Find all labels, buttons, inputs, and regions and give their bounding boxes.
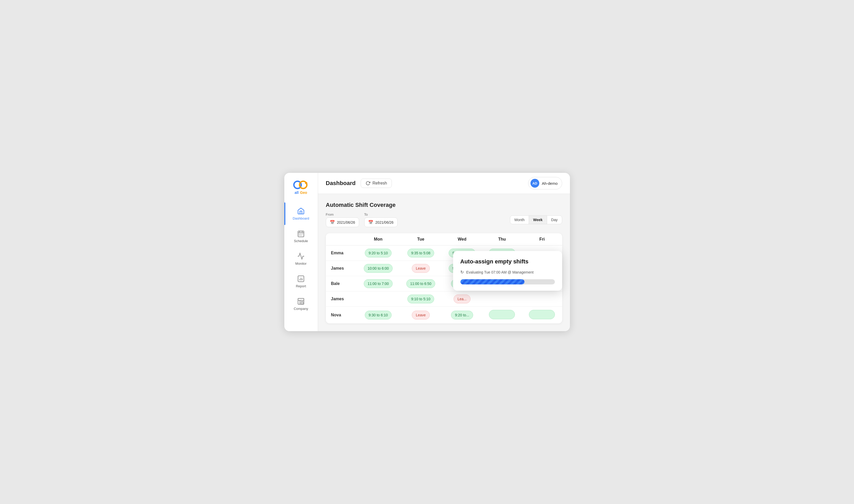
table-row: Nova9:30 to 6:10Leave9:20 to... xyxy=(326,307,562,324)
nav-items: Dashboard Schedule xyxy=(284,202,318,315)
home-icon xyxy=(297,207,305,215)
shift-badge-empty[interactable] xyxy=(529,310,555,319)
sidebar-item-company[interactable]: Company xyxy=(284,293,318,315)
main-content: Dashboard Refresh AD Ah-demo Automatic S… xyxy=(318,173,570,331)
svg-text:all: all xyxy=(295,191,299,195)
shift-cell[interactable] xyxy=(482,307,522,324)
shift-cell[interactable] xyxy=(522,307,562,324)
employee-name: Emma xyxy=(326,246,357,261)
app-container: all Geo Dashboard xyxy=(284,173,570,331)
table-row: James9:10 to 5:10Lea... xyxy=(326,291,562,307)
shift-cell[interactable] xyxy=(482,291,522,307)
page-title: Dashboard xyxy=(326,180,356,186)
employee-name: Nova xyxy=(326,307,357,324)
shift-cell[interactable]: Lea... xyxy=(442,291,482,307)
shift-badge-empty[interactable] xyxy=(489,310,515,319)
shift-badge[interactable]: 10:00 to 6:00 xyxy=(364,264,393,273)
svg-text:Geo: Geo xyxy=(300,191,307,195)
from-date-input[interactable]: 📅 2021/06/26 xyxy=(326,217,359,227)
shift-badge[interactable]: 9:20 to... xyxy=(451,311,473,320)
from-label: From xyxy=(326,213,359,216)
from-date-group: From 📅 2021/06/26 xyxy=(326,213,359,227)
shift-cell[interactable]: 9:35 to 5:08 xyxy=(399,246,442,261)
shift-badge[interactable]: 11:00 to 6:50 xyxy=(406,279,435,288)
shift-cell[interactable]: 9:20 to... xyxy=(442,307,482,324)
shift-badge[interactable]: 9:20 to 5:10 xyxy=(365,249,392,257)
progress-bar-container xyxy=(460,279,555,285)
to-label: To xyxy=(364,213,397,216)
sidebar-item-label: Schedule xyxy=(294,239,308,243)
col-header-thu: Thu xyxy=(482,233,522,246)
shift-badge[interactable]: 9:35 to 5:08 xyxy=(407,249,434,257)
monitor-icon xyxy=(297,252,305,260)
col-header-name xyxy=(326,233,357,246)
sidebar-item-label: Report xyxy=(296,284,306,288)
sidebar-item-label: Dashboard xyxy=(292,216,309,220)
shift-cell[interactable]: 9:30 to 6:10 xyxy=(357,307,399,324)
sidebar-item-monitor[interactable]: Monitor xyxy=(284,248,318,270)
refresh-icon xyxy=(366,181,370,185)
progress-bar-fill xyxy=(460,279,525,285)
col-header-mon: Mon xyxy=(357,233,399,246)
shift-cell[interactable]: 11:00 to 7:00 xyxy=(357,276,399,291)
loading-icon: ↻ xyxy=(460,270,464,274)
shift-badge[interactable]: 9:10 to 5:10 xyxy=(407,294,434,303)
to-date-group: To 📅 2021/06/26 xyxy=(364,213,397,227)
col-header-wed: Wed xyxy=(442,233,482,246)
shift-badge[interactable]: 9:30 to 6:10 xyxy=(365,311,392,320)
schedule-icon xyxy=(297,230,305,237)
header: Dashboard Refresh AD Ah-demo xyxy=(318,173,570,194)
shift-cell[interactable]: Leave xyxy=(399,307,442,324)
to-date-input[interactable]: 📅 2021/06/26 xyxy=(364,217,397,227)
auto-assign-popup: Auto-assign empty shifts ↻ Evaluating Tu… xyxy=(453,251,562,291)
employee-name: James xyxy=(326,261,357,276)
shift-badge[interactable]: Lea... xyxy=(453,294,470,303)
from-date-value: 2021/06/26 xyxy=(337,220,355,224)
sidebar-item-schedule[interactable]: Schedule xyxy=(284,225,318,248)
view-toggle: Month Week Day xyxy=(510,215,562,224)
sidebar-item-label: Company xyxy=(293,307,308,311)
shift-cell[interactable] xyxy=(357,291,399,307)
to-date-value: 2021/06/26 xyxy=(375,220,394,224)
shift-cell[interactable]: 9:20 to 5:10 xyxy=(357,246,399,261)
company-icon xyxy=(297,298,305,305)
date-filter: From 📅 2021/06/26 To 📅 2021/06/26 Month xyxy=(326,213,562,227)
avatar: AD xyxy=(531,179,539,187)
shift-cell[interactable] xyxy=(522,291,562,307)
user-name: Ah-demo xyxy=(542,181,558,185)
shift-cell[interactable]: 11:00 to 6:50 xyxy=(399,276,442,291)
col-header-fri: Fri xyxy=(522,233,562,246)
popup-status: ↻ Evaluating Tue 07:00 AM @ Management xyxy=(460,270,555,274)
sidebar-item-report[interactable]: Report xyxy=(284,270,318,293)
calendar-icon-2: 📅 xyxy=(368,220,373,225)
popup-title: Auto-assign empty shifts xyxy=(460,258,555,265)
shift-badge[interactable]: 11:00 to 7:00 xyxy=(364,279,393,288)
report-icon xyxy=(297,275,305,283)
user-badge[interactable]: AD Ah-demo xyxy=(528,177,562,190)
content-area: Automatic Shift Coverage From 📅 2021/06/… xyxy=(318,194,570,331)
view-day-button[interactable]: Day xyxy=(547,216,562,224)
view-month-button[interactable]: Month xyxy=(510,216,529,224)
refresh-label: Refresh xyxy=(372,181,387,185)
sidebar: all Geo Dashboard xyxy=(284,173,318,331)
employee-name: James xyxy=(326,291,357,307)
svg-point-2 xyxy=(305,182,307,184)
employee-name: Bale xyxy=(326,276,357,291)
popup-status-text: Evaluating Tue 07:00 AM @ Management xyxy=(466,270,534,274)
col-header-tue: Tue xyxy=(399,233,442,246)
view-week-button[interactable]: Week xyxy=(529,216,547,224)
refresh-button[interactable]: Refresh xyxy=(361,179,392,188)
sidebar-item-label: Monitor xyxy=(295,262,306,266)
shift-badge[interactable]: Leave xyxy=(412,311,429,320)
svg-rect-21 xyxy=(301,302,303,304)
shift-cell[interactable]: 9:10 to 5:10 xyxy=(399,291,442,307)
sidebar-item-dashboard[interactable]: Dashboard xyxy=(284,202,318,225)
shift-cell[interactable]: 10:00 to 6:00 xyxy=(357,261,399,276)
shift-badge[interactable]: Leave xyxy=(412,264,429,273)
calendar-icon: 📅 xyxy=(330,220,335,225)
logo-area: all Geo xyxy=(292,178,310,197)
section-title: Automatic Shift Coverage xyxy=(326,202,562,209)
shift-cell[interactable]: Leave xyxy=(399,261,442,276)
